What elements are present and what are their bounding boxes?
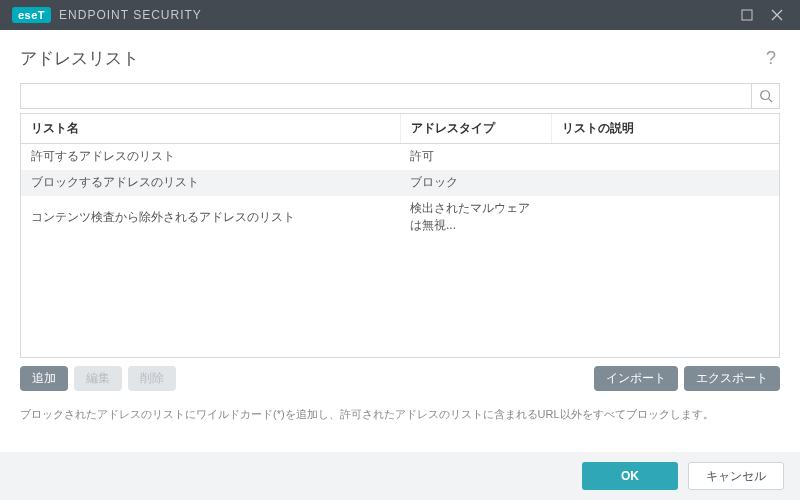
hint-text: ブロックされたアドレスのリストにワイルドカード(*)を追加し、許可されたアドレス…	[0, 397, 800, 422]
cell-name: コンテンツ検査から除外されるアドレスのリスト	[21, 196, 400, 239]
page-title: アドレスリスト	[20, 47, 762, 70]
table-row[interactable]: ブロックするアドレスのリスト ブロック	[21, 170, 779, 196]
search-bar	[20, 83, 780, 109]
edit-button[interactable]: 編集	[74, 366, 122, 391]
cell-type: 検出されたマルウェアは無視...	[400, 196, 552, 239]
svg-line-2	[768, 99, 772, 103]
table-row[interactable]: 許可するアドレスのリスト 許可	[21, 144, 779, 170]
cell-desc	[552, 144, 779, 170]
svg-rect-0	[742, 10, 752, 20]
import-button[interactable]: インポート	[594, 366, 678, 391]
cell-name: 許可するアドレスのリスト	[21, 144, 400, 170]
delete-button[interactable]: 削除	[128, 366, 176, 391]
brand-text: ENDPOINT SECURITY	[59, 8, 202, 22]
close-button[interactable]	[762, 0, 792, 30]
header: アドレスリスト ?	[0, 30, 800, 83]
cell-type: ブロック	[400, 170, 552, 196]
address-list-table: リスト名 アドレスタイプ リストの説明 許可するアドレスのリスト 許可 ブロック…	[20, 113, 780, 358]
footer: OK キャンセル	[0, 452, 800, 500]
cell-desc	[552, 196, 779, 239]
col-header-name[interactable]: リスト名	[21, 114, 400, 144]
cell-desc	[552, 170, 779, 196]
help-icon[interactable]: ?	[762, 44, 780, 73]
col-header-desc[interactable]: リストの説明	[552, 114, 779, 144]
ok-button[interactable]: OK	[582, 462, 678, 490]
add-button[interactable]: 追加	[20, 366, 68, 391]
table-row[interactable]: コンテンツ検査から除外されるアドレスのリスト 検出されたマルウェアは無視...	[21, 196, 779, 239]
toolbar: 追加 編集 削除 インポート エクスポート	[20, 358, 780, 397]
export-button[interactable]: エクスポート	[684, 366, 780, 391]
svg-point-1	[760, 91, 769, 100]
cell-type: 許可	[400, 144, 552, 170]
search-icon[interactable]	[751, 84, 779, 108]
titlebar: eseT ENDPOINT SECURITY	[0, 0, 800, 30]
search-input[interactable]	[21, 84, 751, 108]
cell-name: ブロックするアドレスのリスト	[21, 170, 400, 196]
col-header-type[interactable]: アドレスタイプ	[400, 114, 552, 144]
brand-badge: eseT	[12, 7, 51, 23]
minimize-button[interactable]	[732, 0, 762, 30]
cancel-button[interactable]: キャンセル	[688, 462, 784, 490]
